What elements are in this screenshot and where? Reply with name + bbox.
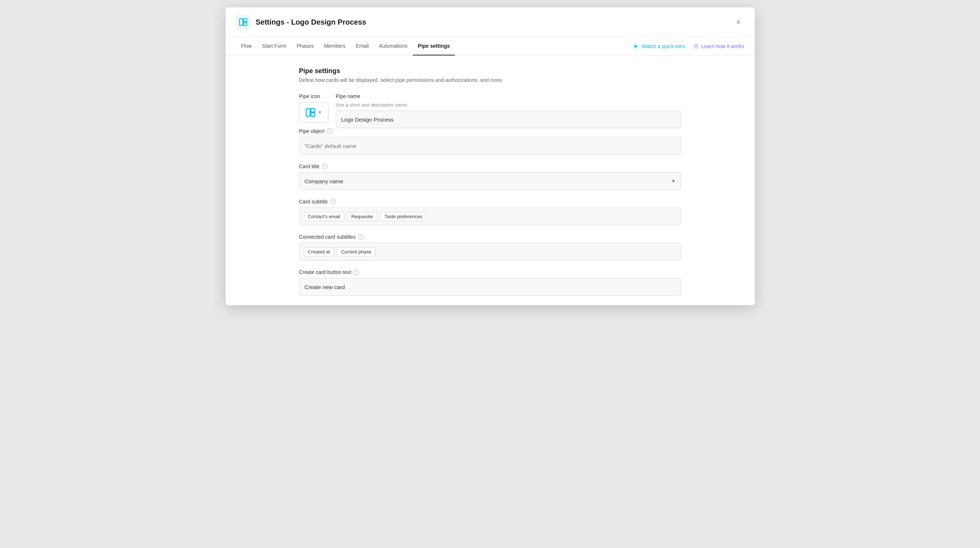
pipe-name-sublabel: Use a short and descriptive name. (336, 102, 681, 108)
svg-rect-4 (311, 109, 315, 112)
card-title-group: Card title ? Company name ▼ (299, 164, 681, 190)
expired-alert-group: Expired alert Define a maximum time (SLA… (299, 305, 681, 305)
modal-header: Settings - Logo Design Process × (226, 7, 755, 37)
svg-rect-5 (311, 113, 315, 116)
card-subtitle-tags-input[interactable]: Contact's email Requester Taste preferen… (299, 208, 681, 225)
pipe-name-input[interactable] (336, 111, 681, 128)
tab-email[interactable]: Email (350, 37, 374, 56)
watch-intro-link[interactable]: ▶ Watch a quick intro (633, 43, 685, 49)
card-subtitle-group: Card subtitle ? Contact's email Requeste… (299, 199, 681, 225)
pipe-icon-label: Pipe icon (299, 93, 328, 99)
pipe-icon-name-row: Pipe icon ▼ Pipe name Use a short and de… (299, 93, 681, 128)
card-subtitle-help-icon[interactable]: ? (330, 199, 336, 205)
connected-subtitles-tags-input[interactable]: Created at Current phase (299, 243, 681, 260)
pipe-name-section: Pipe name Use a short and descriptive na… (336, 93, 681, 128)
tab-phases[interactable]: Phases (291, 37, 319, 56)
learn-how-link[interactable]: ? Learn how it works (693, 43, 745, 49)
svg-rect-0 (240, 19, 243, 25)
card-title-select-wrapper: Company name ▼ (299, 172, 681, 190)
svg-rect-2 (243, 22, 247, 25)
connected-subtitles-group: Connected card subtitles ? Created at Cu… (299, 234, 681, 260)
pipe-icon-picker[interactable]: ▼ (299, 102, 328, 123)
tab-start-form[interactable]: Start Form (257, 37, 291, 56)
pipe-object-label: Pipe object ? (299, 128, 681, 134)
tag-requester: Requester (347, 212, 377, 221)
pipe-icon-section: Pipe icon ▼ (299, 93, 328, 123)
tag-current-phase: Current phase (337, 247, 375, 256)
connected-subtitles-label: Connected card subtitles ? (299, 234, 681, 240)
app-logo (236, 15, 251, 29)
learn-how-label: Learn how it works (702, 43, 745, 49)
pipe-object-group: Pipe object ? (299, 128, 681, 155)
close-button[interactable]: × (733, 16, 745, 28)
section-description: Define how cards will be displayed, sele… (299, 77, 681, 83)
modal-body: Pipe settings Define how cards will be d… (226, 56, 755, 305)
card-title-help-icon[interactable]: ? (322, 164, 328, 169)
play-icon: ▶ (633, 43, 640, 49)
tab-flow[interactable]: Flow (236, 37, 257, 56)
settings-modal: Settings - Logo Design Process × Flow St… (226, 7, 755, 305)
card-subtitle-label: Card subtitle ? (299, 199, 681, 205)
expired-alert-label: Expired alert (299, 305, 681, 305)
watch-intro-label: Watch a quick intro (641, 43, 685, 49)
svg-rect-1 (243, 19, 247, 22)
pipe-object-help-icon[interactable]: ? (327, 128, 332, 134)
modal-title: Settings - Logo Design Process (256, 18, 733, 27)
create-card-button-label: Create card button text ? (299, 269, 681, 275)
tag-contacts-email: Contact's email (304, 212, 344, 221)
tag-taste-preferences: Taste preferences (380, 212, 426, 221)
svg-rect-3 (306, 109, 310, 116)
section-title: Pipe settings (299, 67, 681, 75)
icon-picker-chevron: ▼ (318, 110, 322, 115)
pipe-object-input[interactable] (299, 137, 681, 155)
tab-members[interactable]: Members (319, 37, 350, 56)
card-title-label: Card title ? (299, 164, 681, 169)
connected-subtitles-help-icon[interactable]: ? (358, 234, 364, 240)
tabs-right-links: ▶ Watch a quick intro ? Learn how it wor… (633, 43, 744, 49)
create-card-help-icon[interactable]: ? (353, 269, 360, 275)
create-card-button-group: Create card button text ? (299, 269, 681, 295)
tab-automations[interactable]: Automations (374, 37, 413, 56)
tag-created-at: Created at (304, 247, 334, 256)
create-card-button-input[interactable] (299, 278, 681, 295)
pipe-name-label: Pipe name (336, 93, 681, 99)
card-title-select[interactable]: Company name (299, 172, 681, 190)
question-icon: ? (693, 43, 699, 49)
tab-pipe-settings[interactable]: Pipe settings (413, 37, 455, 56)
tabs-bar: Flow Start Form Phases Members Email Aut… (226, 37, 755, 56)
